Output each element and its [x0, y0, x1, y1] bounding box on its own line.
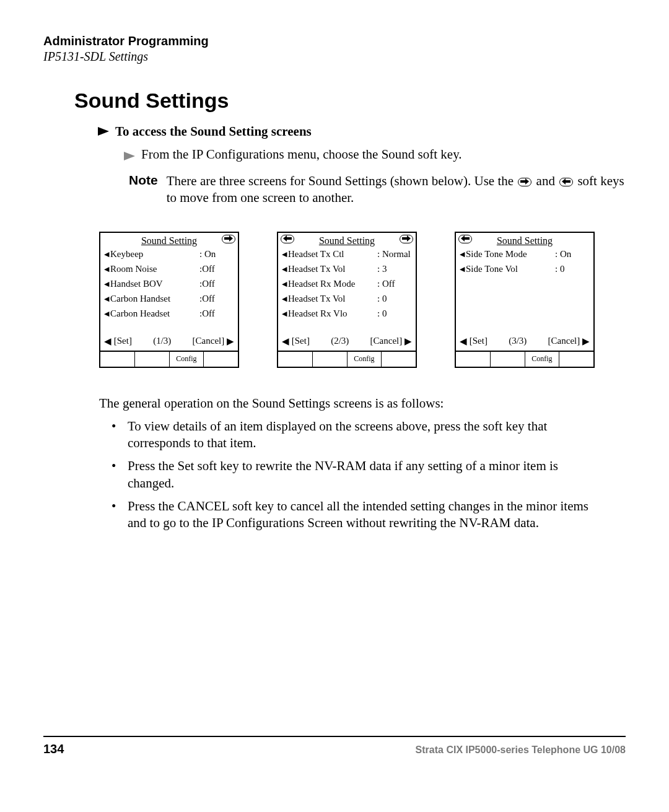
- nav-right-icon[interactable]: [400, 234, 413, 245]
- list-item: Press the CANCEL soft key to cancel all …: [112, 498, 595, 532]
- sound-screen-2: Sound Setting ◀Headset Tx Ctl: Normal ◀H…: [277, 232, 417, 368]
- nav-left-icon: [559, 178, 573, 186]
- svg-rect-10: [402, 237, 407, 240]
- access-instruction: From the IP Configurations menu, choose …: [141, 147, 462, 162]
- svg-rect-2: [520, 180, 525, 183]
- nav-left-icon[interactable]: [281, 234, 294, 245]
- page-header-section: Administrator Programming: [43, 34, 626, 48]
- svg-marker-3: [525, 178, 529, 185]
- page-indicator: (2/3): [331, 336, 349, 346]
- set-softkey[interactable]: ◀ [Set]: [104, 336, 132, 347]
- page-header-sub: IP5131-SDL Settings: [43, 50, 626, 64]
- list-item[interactable]: ◀Headset Tx Ctl: Normal: [282, 249, 412, 264]
- cancel-softkey[interactable]: [Cancel] ▶: [370, 336, 412, 347]
- page-title: Sound Settings: [74, 89, 626, 113]
- list-item[interactable]: ◀Side Tone Vol: 0: [460, 264, 590, 279]
- svg-marker-1: [124, 152, 135, 160]
- page-indicator: (1/3): [153, 336, 171, 346]
- note-label: Note: [129, 173, 158, 188]
- softkey-blank[interactable]: [456, 352, 491, 367]
- sound-screen-3: Sound Setting ◀Side Tone Mode: On ◀Side …: [455, 232, 595, 368]
- svg-rect-6: [224, 237, 229, 240]
- svg-marker-7: [229, 235, 233, 242]
- set-softkey[interactable]: ◀ [Set]: [282, 336, 310, 347]
- list-item[interactable]: ◀Headset Rx Mode: Off: [282, 279, 412, 294]
- list-item: Press the Set soft key to rewrite the NV…: [112, 458, 595, 492]
- page-number: 134: [43, 742, 64, 756]
- softkey-blank[interactable]: [382, 352, 416, 367]
- list-item: To view details of an item displayed on …: [112, 418, 595, 452]
- page-indicator: (3/3): [509, 336, 527, 346]
- nav-left-icon[interactable]: [458, 234, 472, 245]
- sound-screen-1: Sound Setting ◀Keybeep: On ◀Room Noise:O…: [99, 232, 239, 368]
- softkey-blank[interactable]: [559, 352, 593, 367]
- access-heading: To access the Sound Setting screens: [115, 124, 312, 139]
- arrow-right-outline-icon: [124, 149, 135, 164]
- screen1-title: Sound Setting: [104, 235, 234, 247]
- list-item[interactable]: ◀Side Tone Mode: On: [460, 249, 590, 264]
- svg-marker-12: [461, 235, 465, 242]
- softkey-blank[interactable]: [278, 352, 313, 367]
- svg-marker-8: [283, 235, 287, 242]
- svg-rect-5: [566, 180, 571, 183]
- list-item[interactable]: ◀Headset Rx Vlo: 0: [282, 308, 412, 323]
- svg-marker-0: [98, 127, 109, 136]
- sound-setting-screens: Sound Setting ◀Keybeep: On ◀Room Noise:O…: [99, 232, 595, 368]
- list-item[interactable]: ◀Headset Tx Vol: 0: [282, 294, 412, 308]
- softkey-config[interactable]: Config: [525, 352, 560, 367]
- svg-rect-9: [287, 237, 292, 240]
- nav-right-icon: [518, 178, 531, 186]
- svg-marker-11: [407, 235, 411, 242]
- screen3-title: Sound Setting: [497, 235, 553, 247]
- softkey-blank[interactable]: [313, 352, 348, 367]
- list-item[interactable]: ◀Room Noise:Off: [104, 264, 234, 279]
- note-text: There are three screens for Sound Settin…: [167, 173, 626, 207]
- list-item[interactable]: ◀Keybeep: On: [104, 249, 234, 264]
- general-operation-list: To view details of an item displayed on …: [112, 418, 595, 532]
- svg-marker-4: [562, 178, 566, 185]
- list-item[interactable]: ◀Carbon Headset:Off: [104, 308, 234, 323]
- cancel-softkey[interactable]: [Cancel] ▶: [548, 336, 590, 347]
- list-item[interactable]: ◀Headset Tx Vol: 3: [282, 264, 412, 279]
- softkey-config[interactable]: Config: [348, 352, 382, 367]
- list-item[interactable]: ◀Carbon Handset:Off: [104, 294, 234, 308]
- softkey-blank[interactable]: [491, 352, 525, 367]
- doc-title-footer: Strata CIX IP5000-series Telephone UG 10…: [416, 744, 626, 756]
- screen2-title: Sound Setting: [282, 235, 412, 247]
- general-operation-intro: The general operation on the Sound Setti…: [99, 395, 595, 412]
- page-footer: 134 Strata CIX IP5000-series Telephone U…: [43, 736, 626, 756]
- arrow-right-icon: [98, 124, 109, 139]
- softkey-blank[interactable]: [135, 352, 170, 367]
- list-item[interactable]: ◀Handset BOV:Off: [104, 279, 234, 294]
- nav-right-icon[interactable]: [222, 234, 235, 245]
- softkey-config[interactable]: Config: [170, 352, 204, 367]
- cancel-softkey[interactable]: [Cancel] ▶: [193, 336, 234, 347]
- set-softkey[interactable]: ◀ [Set]: [460, 336, 488, 347]
- softkey-blank[interactable]: [100, 352, 135, 367]
- svg-rect-13: [465, 237, 470, 240]
- softkey-blank[interactable]: [204, 352, 238, 367]
